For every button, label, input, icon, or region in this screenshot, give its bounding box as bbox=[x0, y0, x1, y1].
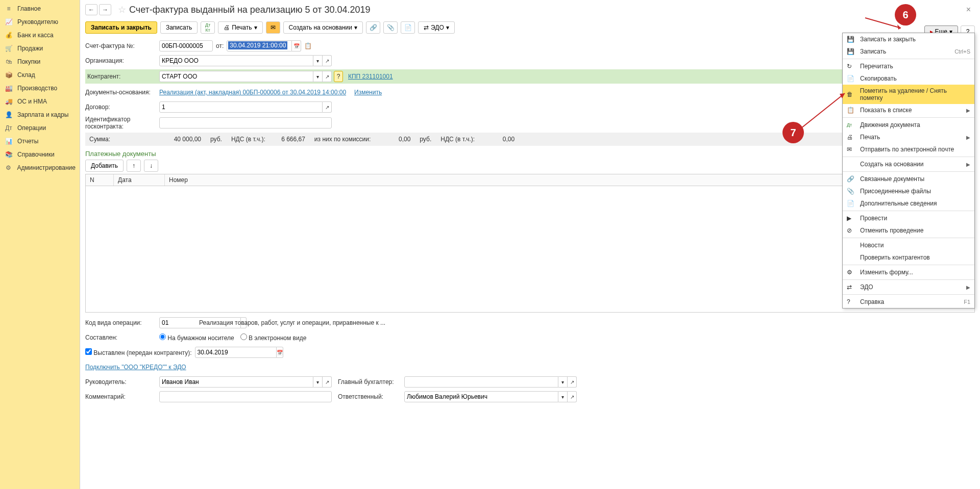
menu-save[interactable]: 💾ЗаписатьCtrl+S bbox=[843, 45, 974, 58]
related-button[interactable]: 🔗 bbox=[366, 21, 380, 34]
more-dropdown-menu: 💾Записать и закрыть 💾ЗаписатьCtrl+S ↻Пер… bbox=[842, 33, 975, 308]
menu-news[interactable]: Новости bbox=[843, 239, 974, 251]
kpp-link[interactable]: КПП 231101001 bbox=[348, 73, 393, 80]
page-title: Счет-фактура выданный на реализацию 5 от… bbox=[129, 5, 371, 15]
save-button[interactable]: Записать bbox=[160, 21, 198, 34]
create-based-button[interactable]: Создать на основании ▾ bbox=[283, 21, 363, 34]
sidebar-item-production[interactable]: 🏭Производство bbox=[0, 82, 80, 95]
move-down-button[interactable]: ↓ bbox=[144, 160, 158, 172]
menu-create-based[interactable]: Создать на основании▶ bbox=[843, 158, 974, 170]
counterparty-label: Контрагент: bbox=[85, 73, 159, 80]
sidebar-item-purchases[interactable]: 🛍Покупки bbox=[0, 55, 80, 68]
menu-reread[interactable]: ↻Перечитать bbox=[843, 60, 974, 72]
issued-date-input[interactable] bbox=[195, 347, 277, 358]
sidebar-item-warehouse[interactable]: 📦Склад bbox=[0, 68, 80, 82]
edo-button[interactable]: ⇄ ЭДО ▾ bbox=[418, 21, 455, 34]
manager-open-button[interactable]: ↗ bbox=[323, 376, 332, 388]
sidebar-item-sales[interactable]: 🛒Продажи bbox=[0, 42, 80, 55]
menu-edit-form[interactable]: ⚙Изменить форму... bbox=[843, 266, 974, 278]
swap-icon: ⇄ bbox=[847, 284, 856, 291]
menu-movements[interactable]: ДтДвижения документа bbox=[843, 119, 974, 131]
connect-edo-link[interactable]: Подключить "ООО "КРЕДО"" к ЭДО bbox=[85, 364, 186, 371]
sidebar-item-manager[interactable]: 📈Руководителю bbox=[0, 15, 80, 29]
add-button[interactable]: Добавить bbox=[85, 160, 124, 172]
sidebar-item-reports[interactable]: 📊Отчеты bbox=[0, 135, 80, 148]
email-button[interactable]: ✉ bbox=[266, 21, 280, 34]
close-button[interactable]: × bbox=[966, 5, 971, 14]
menu-related[interactable]: 🔗Связанные документы bbox=[843, 173, 974, 185]
menu-email[interactable]: ✉Отправить по электронной почте bbox=[843, 143, 974, 156]
info-button[interactable]: 📄 bbox=[401, 21, 415, 34]
print-button[interactable]: 🖨 Печать ▾ bbox=[218, 21, 262, 34]
dt-icon: Дт bbox=[4, 124, 13, 132]
counterparty-open-button[interactable]: ↗ bbox=[323, 71, 332, 82]
attach-button[interactable]: 📎 bbox=[383, 21, 398, 34]
favorite-star-icon[interactable]: ☆ bbox=[118, 4, 126, 15]
date-input[interactable]: 30.04.2019 21:00:00 bbox=[227, 40, 292, 52]
manager-dropdown-button[interactable]: ▾ bbox=[313, 376, 323, 388]
manager-input[interactable] bbox=[159, 376, 313, 388]
post-button[interactable]: ДтКт bbox=[201, 21, 215, 34]
contract-label: Договор: bbox=[85, 104, 159, 111]
menu-save-close[interactable]: 💾Записать и закрыть bbox=[843, 33, 974, 45]
gov-id-input[interactable] bbox=[159, 117, 332, 128]
contract-input[interactable] bbox=[159, 101, 323, 113]
basis-link[interactable]: Реализация (акт, накладная) 00БП-000006 … bbox=[159, 89, 346, 96]
radio-paper[interactable]: На бумажном носителе bbox=[159, 333, 234, 342]
menu-attached[interactable]: 📎Присоединенные файлы bbox=[843, 185, 974, 197]
menu-additional[interactable]: 📄Дополнительные сведения bbox=[843, 197, 974, 210]
sidebar-item-label: Справочники bbox=[17, 151, 55, 158]
menu-edo[interactable]: ⇄ЭДО▶ bbox=[843, 281, 974, 293]
radio-electronic[interactable]: В электронном виде bbox=[240, 333, 307, 342]
menu-check[interactable]: Проверить контрагентов bbox=[843, 251, 974, 264]
menu-help[interactable]: ?СправкаF1 bbox=[843, 296, 974, 308]
sidebar-item-label: Главное bbox=[17, 5, 41, 12]
calendar-button[interactable]: 📅 bbox=[292, 40, 301, 52]
op-code-label: Код вида операции: bbox=[85, 319, 159, 326]
sidebar-item-operations[interactable]: ДтОперации bbox=[0, 121, 80, 135]
org-open-button[interactable]: ↗ bbox=[323, 55, 332, 66]
contract-open-button[interactable]: ↗ bbox=[323, 101, 332, 113]
counterparty-input[interactable] bbox=[159, 71, 313, 82]
money-icon: 💰 bbox=[4, 32, 13, 39]
menu-unpost[interactable]: ⊘Отменить проведение bbox=[843, 224, 974, 237]
sidebar-item-hr[interactable]: 👤Зарплата и кадры bbox=[0, 108, 80, 121]
issued-calendar-button[interactable]: 📅 bbox=[277, 347, 283, 358]
responsible-dropdown-button[interactable]: ▾ bbox=[558, 391, 568, 402]
table-body[interactable] bbox=[85, 186, 975, 313]
sidebar-item-references[interactable]: 📚Справочники bbox=[0, 148, 80, 161]
responsible-input[interactable] bbox=[404, 391, 558, 402]
number-input[interactable] bbox=[159, 40, 213, 52]
move-up-button[interactable]: ↑ bbox=[127, 160, 141, 172]
counterparty-dropdown-button[interactable]: ▾ bbox=[313, 71, 323, 82]
issued-checkbox[interactable]: Выставлен (передан контрагенту): bbox=[85, 348, 192, 356]
sidebar-item-assets[interactable]: 🚚ОС и НМА bbox=[0, 95, 80, 108]
menu-print[interactable]: 🖨Печать▶ bbox=[843, 131, 974, 143]
rub-label: руб. bbox=[210, 136, 222, 143]
change-link[interactable]: Изменить bbox=[354, 89, 382, 96]
comment-input[interactable] bbox=[159, 391, 332, 402]
save-close-button[interactable]: Записать и закрыть bbox=[85, 21, 157, 34]
accountant-dropdown-button[interactable]: ▾ bbox=[558, 376, 568, 388]
comment-label: Комментарий: bbox=[85, 393, 159, 400]
responsible-open-button[interactable]: ↗ bbox=[568, 391, 577, 402]
list-icon: 📋 bbox=[847, 107, 856, 114]
sidebar-item-admin[interactable]: ⚙Администрирование bbox=[0, 161, 80, 174]
nav-forward-button[interactable]: → bbox=[99, 4, 111, 15]
number-label: Счет-фактура №: bbox=[85, 42, 159, 49]
menu-show-list[interactable]: 📋Показать в списке▶ bbox=[843, 104, 974, 116]
sidebar-item-bank[interactable]: 💰Банк и касса bbox=[0, 29, 80, 42]
nav-back-button[interactable]: ← bbox=[85, 4, 97, 15]
menu-mark-delete[interactable]: 🗑Пометить на удаление / Снять пометку bbox=[843, 85, 974, 104]
menu-post[interactable]: ▶Провести bbox=[843, 212, 974, 224]
accountant-open-button[interactable]: ↗ bbox=[568, 376, 577, 388]
sidebar-item-main[interactable]: ≡Главное bbox=[0, 2, 80, 15]
menu-copy[interactable]: 📄Скопировать bbox=[843, 72, 974, 85]
accountant-input[interactable] bbox=[404, 376, 558, 388]
org-input[interactable] bbox=[159, 55, 313, 66]
menu-icon: ≡ bbox=[4, 5, 13, 12]
plus-icon[interactable]: 📋 bbox=[304, 42, 312, 49]
org-dropdown-button[interactable]: ▾ bbox=[313, 55, 323, 66]
op-code-desc: Реализация товаров, работ, услуг и опера… bbox=[199, 319, 385, 326]
counterparty-help-button[interactable]: ? bbox=[334, 71, 343, 82]
